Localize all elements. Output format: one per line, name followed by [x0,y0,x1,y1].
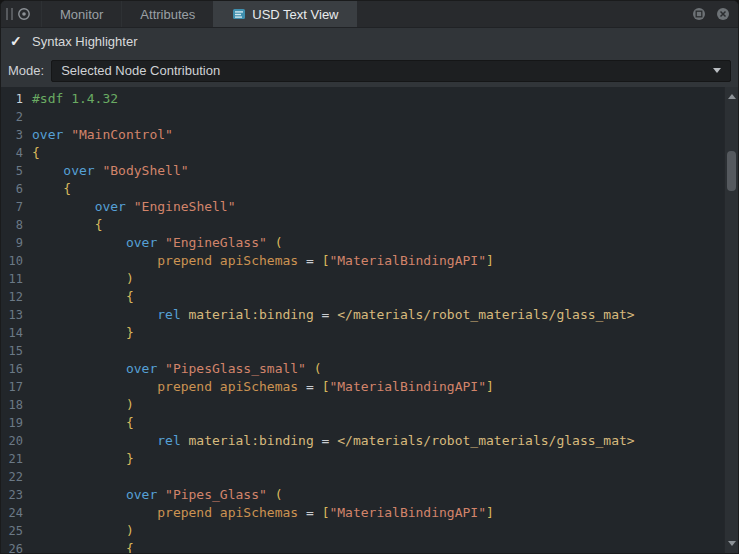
line-text: rel material:binding = </materials/robot… [23,306,635,324]
tab-attributes[interactable]: Attributes [121,1,213,27]
code-line: 20 rel material:binding = </materials/ro… [1,432,738,450]
tabbar-actions [688,3,734,25]
drag-grip-icon[interactable] [6,8,13,20]
mode-selected-value: Selected Node Contribution [61,63,220,78]
line-number: 3 [1,126,23,144]
line-number: 2 [1,108,23,126]
code-line: 23 over "Pipes_Glass" ( [1,486,738,504]
tabbar-spacer [357,1,688,27]
line-text: ) [23,522,134,540]
line-text: prepend apiSchemas = ["MaterialBindingAP… [23,378,494,396]
code-line: 15 [1,342,738,360]
line-number: 20 [1,432,23,450]
code-line: 16 over "PipesGlass_small" ( [1,360,738,378]
scroll-down-button[interactable] [725,536,738,550]
mode-dropdown[interactable]: Selected Node Contribution [51,60,731,82]
tab-monitor[interactable]: Monitor [41,1,121,27]
code-line: 26 { [1,540,738,553]
line-text: rel material:binding = </materials/robot… [23,432,635,450]
line-text: { [23,414,134,432]
line-number: 22 [1,468,23,486]
code-line: 1#sdf 1.4.32 [1,90,738,108]
line-number: 23 [1,486,23,504]
usd-file-icon [232,7,246,21]
code-line: 21 } [1,450,738,468]
code-line: 11 ) [1,270,738,288]
code-lines: 1#sdf 1.4.3223over "MainControl"4{5 over… [1,90,738,553]
line-text: over "Pipes_Glass" ( [23,486,282,504]
code-line: 17 prepend apiSchemas = ["MaterialBindin… [1,378,738,396]
scrollbar-thumb[interactable] [727,151,736,191]
line-text: { [23,216,102,234]
line-text: prepend apiSchemas = ["MaterialBindingAP… [23,252,494,270]
code-line: 12 { [1,288,738,306]
line-number: 15 [1,342,23,360]
line-number: 26 [1,540,23,553]
line-number: 6 [1,180,23,198]
code-line: 14 } [1,324,738,342]
line-number: 10 [1,252,23,270]
code-line: 24 prepend apiSchemas = ["MaterialBindin… [1,504,738,522]
line-text: #sdf 1.4.32 [23,90,118,108]
code-line: 25 ) [1,522,738,540]
line-number: 18 [1,396,23,414]
line-number: 21 [1,450,23,468]
scroll-down-icon [728,541,736,546]
line-text: } [23,324,134,342]
code-editor[interactable]: 1#sdf 1.4.3223over "MainControl"4{5 over… [1,87,738,553]
code-line: 7 over "EngineShell" [1,198,738,216]
line-number: 11 [1,270,23,288]
tab-bar: Monitor Attributes USD Text View [1,1,738,28]
line-number: 16 [1,360,23,378]
code-line: 19 { [1,414,738,432]
dock-options-icon[interactable] [688,3,710,25]
vertical-scrollbar[interactable] [724,87,738,553]
line-text: } [23,450,134,468]
code-line: 13 rel material:binding = </materials/ro… [1,306,738,324]
code-line: 5 over "BodyShell" [1,162,738,180]
code-line: 8 { [1,216,738,234]
line-number: 13 [1,306,23,324]
line-text: { [23,180,71,198]
line-text: ) [23,270,134,288]
line-text [23,342,32,360]
code-line: 2 [1,108,738,126]
scroll-up-icon [728,94,736,99]
line-number: 19 [1,414,23,432]
line-text: over "PipesGlass_small" ( [23,360,322,378]
line-text [23,468,32,486]
tab-label: Attributes [140,7,195,22]
options-row: ✓ Syntax Highlighter [1,28,738,54]
mode-row: Mode: Selected Node Contribution [1,54,738,87]
close-icon[interactable] [712,3,734,25]
scroll-up-button[interactable] [725,89,738,103]
syntax-highlighter-label: Syntax Highlighter [32,34,138,49]
tab-usd-text-view[interactable]: USD Text View [213,1,356,27]
panel-menu-icon[interactable] [13,3,35,25]
line-number: 7 [1,198,23,216]
line-number: 24 [1,504,23,522]
line-number: 4 [1,144,23,162]
line-text: over "EngineGlass" ( [23,234,282,252]
line-number: 8 [1,216,23,234]
tab-label: USD Text View [252,7,338,22]
mode-label: Mode: [8,63,44,78]
line-number: 12 [1,288,23,306]
line-text: { [23,540,134,553]
code-line: 6 { [1,180,738,198]
line-number: 1 [1,90,23,108]
usd-text-view-panel: Monitor Attributes USD Text View [0,0,739,554]
code-line: 9 over "EngineGlass" ( [1,234,738,252]
syntax-highlighter-checkbox[interactable]: ✓ [10,34,26,48]
line-text [23,108,32,126]
line-text: { [23,144,40,162]
tab-label: Monitor [60,7,103,22]
line-number: 17 [1,378,23,396]
line-text: ) [23,396,134,414]
line-number: 14 [1,324,23,342]
line-number: 25 [1,522,23,540]
code-line: 4{ [1,144,738,162]
code-line: 3over "MainControl" [1,126,738,144]
line-text: over "MainControl" [23,126,173,144]
line-text: over "EngineShell" [23,198,236,216]
